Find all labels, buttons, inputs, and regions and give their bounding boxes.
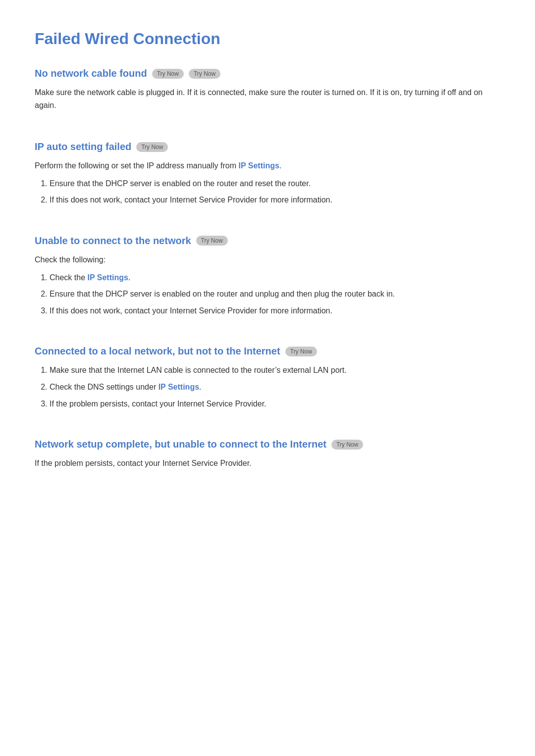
local-list: Make sure that the Internet LAN cable is… [50, 364, 500, 410]
list-item: Make sure that the Internet LAN cable is… [50, 364, 500, 377]
section-body-local: Make sure that the Internet LAN cable is… [35, 364, 500, 410]
try-now-button-setup[interactable]: Try Now [331, 440, 363, 450]
list-item: Check the IP Settings. [50, 271, 500, 284]
section-ip-auto: IP auto setting failed Try Now Perform t… [35, 141, 500, 215]
section-header-local: Connected to a local network, but not to… [35, 346, 500, 357]
list-item: Ensure that the DHCP server is enabled o… [50, 177, 500, 190]
list-item-text: Check the [50, 273, 87, 282]
section-title-local: Connected to a local network, but not to… [35, 346, 280, 357]
section-body-setup: If the problem persists, contact your In… [35, 457, 500, 470]
ip-settings-link-3[interactable]: IP Settings [159, 383, 199, 391]
section-unable-connect: Unable to connect to the network Try Now… [35, 235, 500, 326]
section-header-setup: Network setup complete, but unable to co… [35, 439, 500, 450]
section-title-setup: Network setup complete, but unable to co… [35, 439, 326, 450]
list-item: If this does not work, contact your Inte… [50, 194, 500, 206]
section-local-network: Connected to a local network, but not to… [35, 346, 500, 419]
ip-settings-link-1[interactable]: IP Settings [238, 161, 279, 170]
section-title-unable: Unable to connect to the network [35, 235, 191, 247]
section-header-unable: Unable to connect to the network Try Now [35, 235, 500, 247]
section-header-no-cable: No network cable found Try Now Try Now [35, 68, 500, 79]
list-item: Ensure that the DHCP server is enabled o… [50, 288, 500, 301]
section-no-cable: No network cable found Try Now Try Now M… [35, 68, 500, 121]
list-item-text: Check the DNS settings under [50, 383, 159, 391]
try-now-button-no-cable-1[interactable]: Try Now [152, 69, 184, 79]
section-body-no-cable: Make sure the network cable is plugged i… [35, 86, 500, 111]
unable-list: Check the IP Settings. Ensure that the D… [50, 271, 500, 317]
unable-check-label: Check the following: [35, 253, 500, 266]
section-title-ip-auto: IP auto setting failed [35, 141, 131, 152]
ip-auto-intro: Perform the following or set the IP addr… [35, 159, 500, 172]
list-item: If this does not work, contact your Inte… [50, 304, 500, 317]
section-setup-complete: Network setup complete, but unable to co… [35, 439, 500, 480]
try-now-button-unable[interactable]: Try Now [196, 236, 228, 246]
try-now-button-ip-auto[interactable]: Try Now [136, 142, 168, 152]
section-body-unable: Check the following: Check the IP Settin… [35, 253, 500, 317]
section-body-ip-auto: Perform the following or set the IP addr… [35, 159, 500, 206]
section-title-no-cable: No network cable found [35, 68, 147, 79]
try-now-button-local[interactable]: Try Now [285, 347, 317, 356]
setup-complete-description: If the problem persists, contact your In… [35, 457, 500, 470]
ip-auto-list: Ensure that the DHCP server is enabled o… [50, 177, 500, 206]
try-now-button-no-cable-2[interactable]: Try Now [189, 69, 220, 79]
ip-settings-link-2[interactable]: IP Settings [87, 273, 128, 282]
section-header-ip-auto: IP auto setting failed Try Now [35, 141, 500, 152]
list-item: If the problem persists, contact your In… [50, 398, 500, 410]
ip-auto-intro-text: Perform the following or set the IP addr… [35, 161, 236, 170]
page-title: Failed Wired Connection [35, 30, 500, 48]
no-cable-description: Make sure the network cable is plugged i… [35, 86, 500, 111]
list-item: Check the DNS settings under IP Settings… [50, 381, 500, 394]
